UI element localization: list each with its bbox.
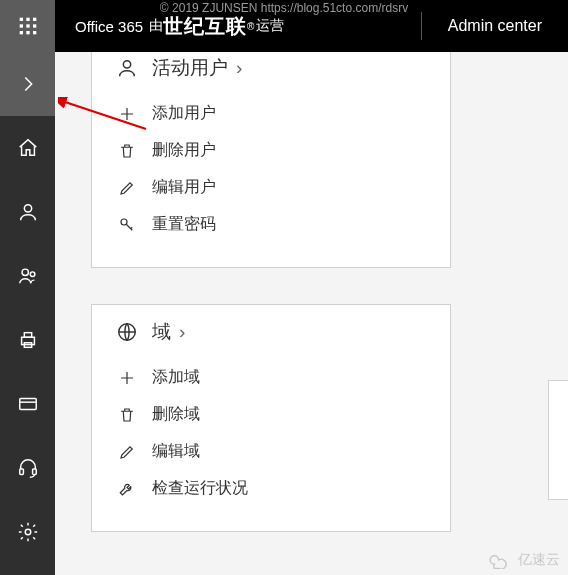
printer-icon: [17, 329, 39, 351]
svg-point-11: [30, 272, 35, 277]
brand-cn-bold: 世纪互联: [163, 13, 247, 40]
sidebar-support[interactable]: [0, 436, 55, 500]
card-head-users[interactable]: 活动用户 ›: [92, 52, 450, 95]
svg-rect-17: [32, 469, 36, 475]
sidebar-settings[interactable]: [0, 500, 55, 564]
plus-icon: [114, 369, 140, 387]
svg-point-9: [24, 205, 31, 212]
trash-icon: [114, 406, 140, 424]
action-label: 添加用户: [152, 103, 216, 124]
globe-icon: [114, 321, 140, 343]
action-delete-domain[interactable]: 删除域: [92, 396, 450, 433]
action-label: 编辑域: [152, 441, 200, 462]
svg-rect-13: [24, 333, 31, 338]
action-label: 编辑用户: [152, 177, 216, 198]
action-label: 删除用户: [152, 140, 216, 161]
sidebar-groups[interactable]: [0, 244, 55, 308]
svg-rect-0: [19, 18, 22, 21]
person-icon: [17, 201, 39, 223]
action-label: 删除域: [152, 404, 200, 425]
pencil-icon: [114, 179, 140, 197]
brand-reg: ®: [247, 21, 254, 32]
svg-rect-3: [19, 24, 22, 27]
app-launcher-button[interactable]: [0, 0, 55, 52]
group-icon: [17, 265, 39, 287]
svg-point-20: [123, 61, 130, 68]
svg-point-18: [25, 529, 31, 535]
app-header: Office 365 由 世纪互联 ® 运营 Admin center: [0, 0, 568, 52]
headset-icon: [17, 457, 39, 479]
admin-center-link[interactable]: Admin center: [422, 17, 568, 35]
user-head-icon: [114, 57, 140, 79]
sidebar-expand-button[interactable]: [0, 52, 55, 116]
svg-point-21: [121, 219, 127, 225]
sidebar-billing[interactable]: [0, 372, 55, 436]
action-edit-user[interactable]: 编辑用户: [92, 169, 450, 206]
card-head-domains[interactable]: 域 ›: [92, 313, 450, 359]
svg-rect-2: [33, 18, 36, 21]
chevron-right-icon: ›: [179, 321, 185, 343]
svg-rect-6: [19, 31, 22, 34]
action-check-domain-health[interactable]: 检查运行状况: [92, 470, 450, 507]
action-label: 重置密码: [152, 214, 216, 235]
svg-rect-8: [33, 31, 36, 34]
sidebar-resources[interactable]: [0, 308, 55, 372]
chevron-right-icon: [17, 73, 39, 95]
sidebar-users[interactable]: [0, 180, 55, 244]
action-reset-password[interactable]: 重置密码: [92, 206, 450, 243]
svg-point-10: [22, 269, 28, 275]
svg-rect-5: [33, 24, 36, 27]
svg-rect-16: [19, 469, 23, 475]
action-add-user[interactable]: 添加用户: [92, 95, 450, 132]
svg-rect-7: [26, 31, 29, 34]
gear-icon: [17, 521, 39, 543]
key-icon: [114, 216, 140, 234]
svg-rect-4: [26, 24, 29, 27]
brand-cn-lead: 由: [149, 17, 163, 35]
brand-cn-tail: 运营: [256, 17, 284, 35]
action-add-domain[interactable]: 添加域: [92, 359, 450, 396]
wrench-icon: [114, 480, 140, 498]
pencil-icon: [114, 443, 140, 461]
card-title-users: 活动用户: [152, 55, 228, 81]
action-edit-domain[interactable]: 编辑域: [92, 433, 450, 470]
card-active-users: 活动用户 › 添加用户 删除用户 编辑用户 重置密码: [91, 52, 451, 268]
chevron-right-icon: ›: [236, 57, 242, 79]
brand-label: Office 365 由 世纪互联 ® 运营: [55, 13, 421, 40]
sidebar-home[interactable]: [0, 116, 55, 180]
plus-icon: [114, 105, 140, 123]
content-area: 活动用户 › 添加用户 删除用户 编辑用户 重置密码: [55, 52, 568, 575]
waffle-icon: [18, 16, 38, 36]
svg-rect-12: [21, 337, 34, 344]
card-partial-right: [548, 380, 568, 500]
brand-prefix: Office 365: [75, 18, 143, 35]
svg-rect-1: [26, 18, 29, 21]
sidebar: [0, 52, 55, 575]
action-delete-user[interactable]: 删除用户: [92, 132, 450, 169]
card-domains: 域 › 添加域 删除域 编辑域 检查运行状况: [91, 304, 451, 532]
action-label: 检查运行状况: [152, 478, 248, 499]
action-label: 添加域: [152, 367, 200, 388]
home-icon: [17, 137, 39, 159]
svg-rect-15: [19, 399, 36, 410]
trash-icon: [114, 142, 140, 160]
card-title-domains: 域: [152, 319, 171, 345]
card-icon: [17, 393, 39, 415]
